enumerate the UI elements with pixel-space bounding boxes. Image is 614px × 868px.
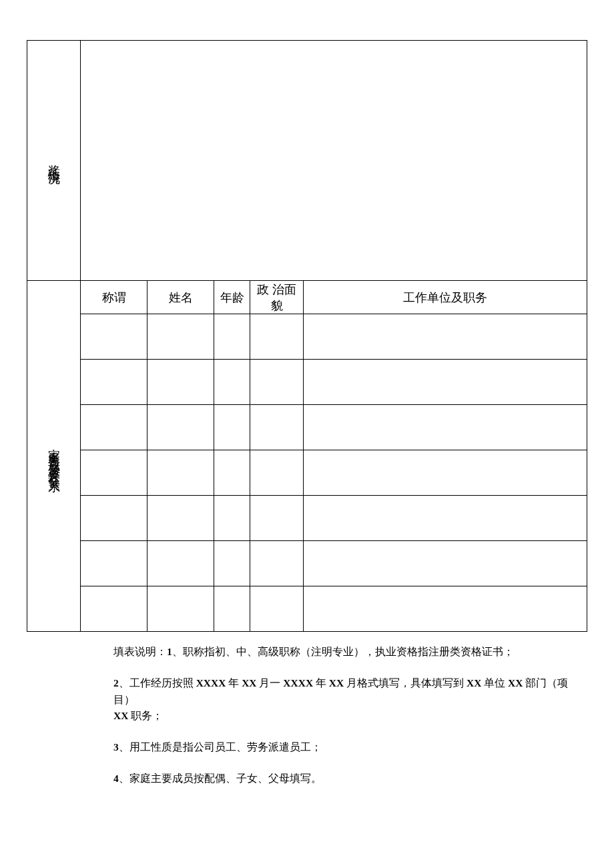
cell-title — [81, 314, 147, 360]
cell-work — [304, 314, 587, 360]
form-table: 奖惩情况 家庭主要成员及重要社会关系 称谓 姓名 年龄 政 治面 貌 工作单位及… — [27, 40, 587, 632]
cell-work — [304, 450, 587, 496]
cell-name — [147, 496, 214, 541]
table-row — [27, 360, 587, 405]
cell-name — [147, 314, 214, 360]
cell-age — [214, 360, 250, 405]
cell-age — [214, 586, 250, 632]
cell-title — [81, 405, 147, 450]
note-1: 填表说明：1、职称指初、中、高级职称（注明专业），执业资格指注册类资格证书； — [113, 644, 587, 661]
rewards-content — [81, 41, 587, 281]
table-row — [27, 541, 587, 586]
cell-title — [81, 496, 147, 541]
cell-name — [147, 360, 214, 405]
cell-title — [81, 450, 147, 496]
cell-work — [304, 405, 587, 450]
cell-political — [250, 450, 304, 496]
cell-name — [147, 405, 214, 450]
cell-political — [250, 405, 304, 450]
cell-political — [250, 541, 304, 586]
note-1-text: 、职称指初、中、高级职称（注明专业），执业资格指注册类资格证书； — [172, 646, 514, 657]
cell-age — [214, 450, 250, 496]
header-work: 工作单位及职务 — [304, 281, 587, 314]
cell-title — [81, 360, 147, 405]
table-row — [27, 586, 587, 632]
rewards-row: 奖惩情况 — [27, 41, 587, 281]
table-row — [27, 496, 587, 541]
note-4-text: 、家庭主要成员按配偶、子女、父母填写。 — [119, 773, 322, 784]
cell-political — [250, 586, 304, 632]
cell-work — [304, 360, 587, 405]
header-title: 称谓 — [81, 281, 147, 314]
note-3: 3、用工性质是指公司员工、劳务派遣员工； — [113, 739, 587, 756]
note-4: 4、家庭主要成员按配偶、子女、父母填写。 — [113, 771, 587, 787]
cell-political — [250, 314, 304, 360]
note-3-text: 、用工性质是指公司员工、劳务派遣员工； — [119, 741, 322, 753]
note-2-num: 2 — [113, 677, 119, 689]
cell-age — [214, 405, 250, 450]
note-4-num: 4 — [113, 773, 119, 784]
note-1-num: 1 — [167, 646, 172, 657]
cell-age — [214, 496, 250, 541]
table-row — [27, 405, 587, 450]
header-political: 政 治面 貌 — [250, 281, 304, 314]
cell-work — [304, 541, 587, 586]
cell-political — [250, 360, 304, 405]
note-2: 2、工作经历按照 XXXX 年 XX 月一 XXXX 年 XX 月格式填写，具体… — [113, 675, 587, 725]
cell-age — [214, 314, 250, 360]
note-3-num: 3 — [113, 741, 119, 753]
cell-name — [147, 586, 214, 632]
family-header-row: 家庭主要成员及重要社会关系 称谓 姓名 年龄 政 治面 貌 工作单位及职务 — [27, 281, 587, 314]
rewards-label: 奖惩情况 — [27, 41, 81, 281]
header-age: 年龄 — [214, 281, 250, 314]
family-label: 家庭主要成员及重要社会关系 — [27, 281, 81, 632]
cell-political — [250, 496, 304, 541]
cell-title — [81, 586, 147, 632]
header-name: 姓名 — [147, 281, 214, 314]
cell-name — [147, 450, 214, 496]
table-row — [27, 450, 587, 496]
notes-section: 填表说明：1、职称指初、中、高级职称（注明专业），执业资格指注册类资格证书； 2… — [27, 644, 587, 787]
cell-age — [214, 541, 250, 586]
cell-title — [81, 541, 147, 586]
cell-work — [304, 586, 587, 632]
note-prefix: 填表说明： — [113, 646, 167, 657]
cell-work — [304, 496, 587, 541]
cell-name — [147, 541, 214, 586]
table-row — [27, 314, 587, 360]
